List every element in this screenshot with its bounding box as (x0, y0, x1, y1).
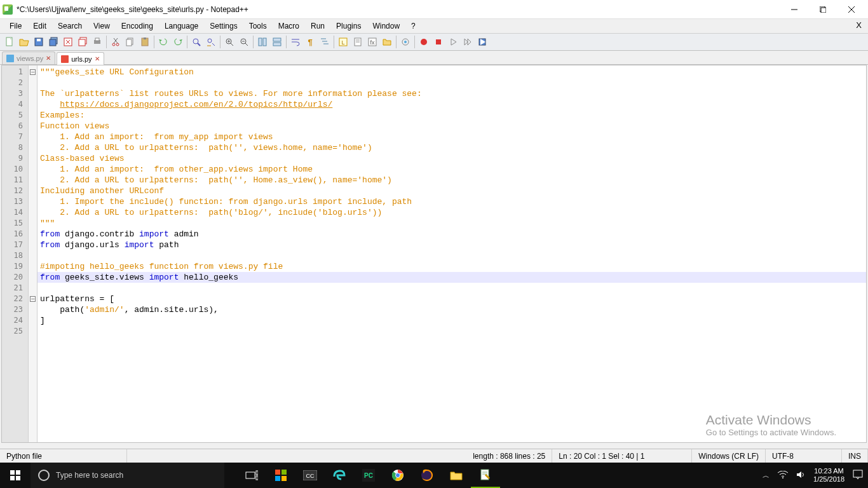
toolbar: ¶ L fx (0, 33, 868, 51)
print-icon[interactable] (90, 35, 104, 49)
svg-rect-16 (95, 38, 99, 41)
new-file-icon[interactable] (3, 35, 17, 49)
system-tray: ︿ 10:23 AM 1/25/2018 (763, 467, 868, 484)
paste-icon[interactable] (138, 35, 152, 49)
svg-rect-65 (275, 476, 280, 481)
menu-tools[interactable]: Tools (243, 20, 273, 32)
cc-icon[interactable]: CC (295, 463, 325, 488)
file-icon (6, 55, 14, 62)
close-file-icon[interactable] (61, 35, 75, 49)
clock-date: 1/25/2018 (813, 475, 844, 484)
zoom-out-icon[interactable] (237, 35, 251, 49)
close-all-icon[interactable] (76, 35, 90, 49)
editor[interactable]: 1234567891011121314151617181920212223242… (1, 65, 867, 443)
show-all-icon[interactable]: ¶ (303, 35, 317, 49)
zoom-in-icon[interactable] (222, 35, 236, 49)
tab-close-icon[interactable]: ✕ (95, 55, 100, 62)
svg-rect-2 (821, 8, 826, 13)
menu-window[interactable]: Window (367, 20, 405, 32)
search-box[interactable]: Type here to search (31, 463, 224, 488)
pycharm-icon[interactable]: PC (354, 463, 383, 488)
tab-views-py[interactable]: views.py ✕ (2, 51, 55, 64)
clock[interactable]: 10:23 AM 1/25/2018 (813, 467, 844, 484)
task-view-icon[interactable] (237, 463, 266, 488)
save-macro-icon[interactable] (475, 35, 489, 49)
svg-rect-22 (126, 39, 132, 46)
menu-edit[interactable]: Edit (27, 20, 52, 32)
func-list-icon[interactable]: fx (365, 35, 379, 49)
wifi-icon[interactable] (778, 471, 788, 480)
tab-label: urls.py (71, 55, 92, 63)
watermark-sub: Go to Settings to activate Windows. (706, 428, 836, 437)
explorer-icon[interactable] (442, 463, 471, 488)
menu-language[interactable]: Language (159, 20, 204, 32)
play-icon[interactable] (446, 35, 460, 49)
tab-close-icon[interactable]: ✕ (46, 55, 51, 62)
tab-urls-py[interactable]: urls.py ✕ (57, 52, 104, 65)
copy-icon[interactable] (123, 35, 137, 49)
minimize-button[interactable] (780, 0, 808, 19)
svg-rect-35 (259, 38, 262, 46)
volume-icon[interactable] (796, 470, 805, 480)
svg-point-25 (193, 39, 198, 44)
stop-icon[interactable] (431, 35, 445, 49)
notepadpp-task-icon[interactable] (471, 463, 500, 488)
monitor-icon[interactable] (398, 35, 412, 49)
menu-help[interactable]: ? (405, 20, 421, 32)
menu-run[interactable]: Run (305, 20, 330, 32)
sync-h-icon[interactable] (270, 35, 284, 49)
windows-taskbar: Type here to search CC PC ︿ 10:23 AM 1/2… (0, 463, 868, 488)
svg-rect-64 (281, 470, 287, 475)
svg-point-78 (782, 477, 783, 478)
notepadpp-icon (3, 4, 13, 15)
menu-plugins[interactable]: Plugins (330, 20, 367, 32)
play-fast-icon[interactable] (461, 35, 475, 49)
record-icon[interactable] (417, 35, 431, 49)
sync-v-icon[interactable] (255, 35, 269, 49)
tab-bar: views.py ✕ urls.py ✕ (0, 51, 868, 65)
line-number-gutter: 1234567891011121314151617181920212223242… (2, 65, 29, 442)
find-icon[interactable] (189, 35, 203, 49)
folder-view-icon[interactable] (380, 35, 394, 49)
open-file-icon[interactable] (17, 35, 31, 49)
notifications-icon[interactable] (853, 470, 863, 481)
svg-rect-36 (263, 38, 266, 46)
menu-file[interactable]: File (4, 20, 27, 32)
svg-rect-62 (256, 476, 258, 480)
svg-point-18 (116, 43, 119, 46)
save-all-icon[interactable] (46, 35, 60, 49)
ms-store-icon[interactable] (266, 463, 295, 488)
menu-encoding[interactable]: Encoding (116, 20, 159, 32)
redo-icon[interactable] (171, 35, 185, 49)
doc-map-icon[interactable] (351, 35, 365, 49)
menu-search[interactable]: Search (52, 20, 88, 32)
status-length: length : 868 lines : 25 (466, 449, 552, 463)
replace-icon[interactable] (204, 35, 218, 49)
svg-text:L: L (341, 39, 344, 46)
firefox-icon[interactable] (412, 463, 442, 488)
secondary-close-icon[interactable]: X (856, 20, 862, 30)
titlebar: *C:\Users\Ujjwal\env_site\geeks_site\gee… (0, 0, 868, 19)
menu-settings[interactable]: Settings (204, 20, 243, 32)
close-button[interactable] (837, 0, 865, 19)
maximize-button[interactable] (808, 0, 837, 19)
start-button[interactable] (0, 463, 31, 488)
cut-icon[interactable] (109, 35, 123, 49)
menu-view[interactable]: View (88, 20, 116, 32)
svg-text:CC: CC (306, 473, 315, 479)
save-icon[interactable] (32, 35, 46, 49)
svg-rect-63 (275, 470, 280, 475)
svg-rect-56 (10, 470, 15, 475)
undo-icon[interactable] (156, 35, 170, 49)
indent-guide-icon[interactable] (318, 35, 332, 49)
wrap-icon[interactable] (288, 35, 302, 49)
chrome-icon[interactable] (383, 463, 412, 488)
menu-macro[interactable]: Macro (273, 20, 305, 32)
svg-line-34 (245, 43, 248, 46)
code-area[interactable]: """geeks_site URL ConfigurationThe `urlp… (37, 65, 866, 442)
udl-icon[interactable]: L (336, 35, 350, 49)
status-eol: Windows (CR LF) (692, 449, 766, 463)
edge-icon[interactable] (325, 463, 354, 488)
tray-chevron-icon[interactable]: ︿ (763, 471, 770, 480)
svg-rect-60 (246, 472, 255, 478)
